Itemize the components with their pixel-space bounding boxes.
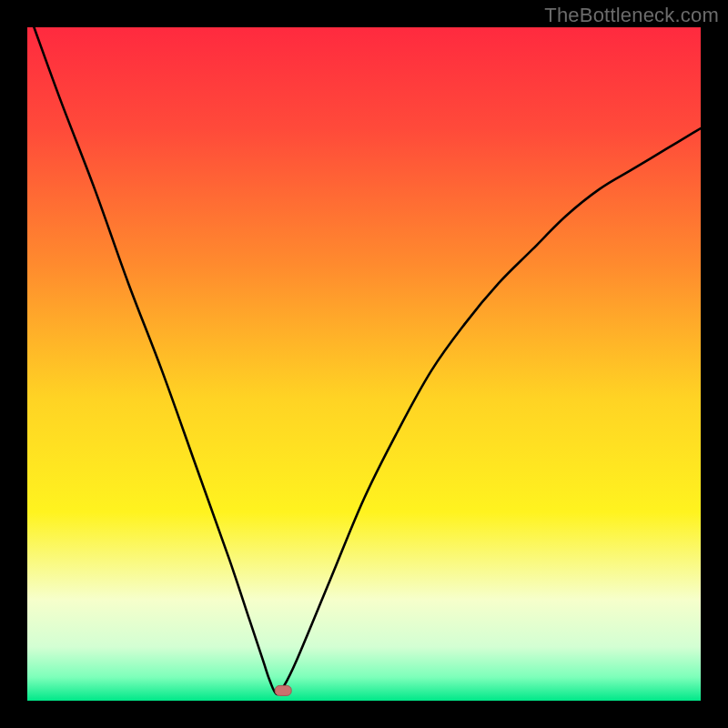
watermark-text: TheBottleneck.com [544,4,719,27]
gradient-background [27,27,701,701]
chart-frame [27,27,701,701]
optimum-marker [275,685,291,695]
bottleneck-chart [27,27,701,701]
